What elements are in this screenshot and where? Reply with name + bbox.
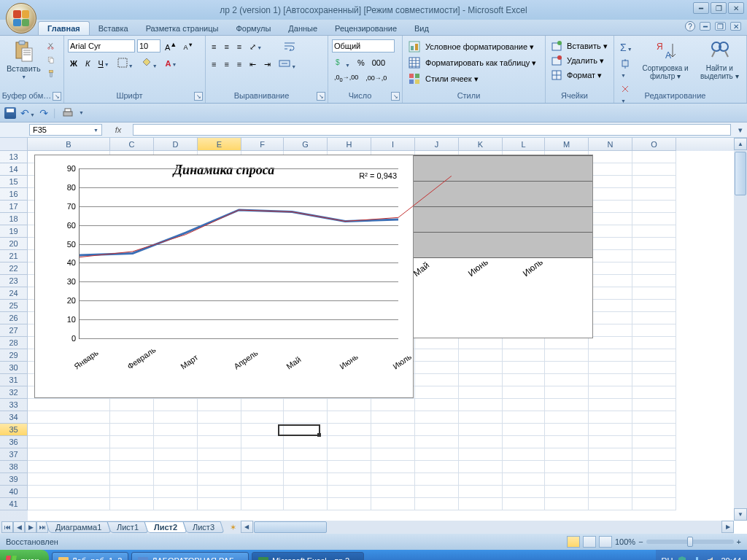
cell[interactable] [28, 399, 110, 411]
cell[interactable] [589, 448, 632, 461]
col-header-H[interactable]: H [328, 138, 371, 151]
cell[interactable] [459, 486, 503, 498]
font-size-select[interactable] [137, 39, 160, 52]
underline-button[interactable]: Ч▼ [96, 58, 111, 69]
cell[interactable] [110, 498, 154, 510]
cell[interactable] [545, 486, 589, 498]
qat-undo-button[interactable]: ↶▼ [20, 107, 32, 119]
row-header-29[interactable]: 29 [0, 349, 28, 362]
cell[interactable] [545, 498, 589, 510]
cell[interactable] [589, 349, 632, 362]
cell[interactable] [632, 424, 676, 436]
cell[interactable] [589, 362, 632, 374]
clipboard-expand-icon[interactable]: ↘ [53, 92, 61, 101]
row-header-19[interactable]: 19 [0, 225, 28, 238]
cell[interactable] [589, 176, 632, 188]
sort-filter-button[interactable]: ЯА Сортировка и фильтр ▾ [639, 38, 692, 82]
cell[interactable] [110, 448, 154, 461]
cell[interactable] [241, 498, 284, 510]
cell[interactable] [503, 448, 545, 461]
cell[interactable] [589, 238, 632, 250]
cell[interactable] [415, 386, 459, 399]
sheet-nav-prev[interactable]: ◀ [13, 521, 25, 533]
cell[interactable] [589, 424, 632, 436]
cell[interactable] [198, 424, 241, 436]
col-header-N[interactable]: N [589, 138, 632, 151]
delete-cells-button[interactable]: Удалить ▾ [549, 54, 610, 67]
cell[interactable] [632, 250, 676, 262]
row-header-13[interactable]: 13 [0, 151, 28, 163]
vertical-scrollbar[interactable]: ▲ ▼ [734, 138, 747, 521]
cell[interactable] [503, 461, 545, 473]
row-header-32[interactable]: 32 [0, 386, 28, 399]
row-header-24[interactable]: 24 [0, 287, 28, 300]
mdi-restore-button[interactable]: ❐ [715, 22, 726, 31]
cell[interactable] [545, 362, 589, 374]
align-middle-button[interactable]: ≡ [222, 41, 231, 52]
number-expand-icon[interactable]: ↘ [391, 92, 400, 101]
row-header-36[interactable]: 36 [0, 436, 28, 448]
cell[interactable] [632, 225, 676, 238]
cell[interactable] [110, 399, 154, 411]
align-bottom-button[interactable]: ≡ [235, 41, 244, 52]
cell[interactable] [459, 424, 503, 436]
office-button[interactable] [6, 3, 36, 34]
cell[interactable] [632, 213, 676, 225]
cell[interactable] [632, 374, 676, 386]
cell[interactable] [459, 374, 503, 386]
cell[interactable] [284, 448, 328, 461]
cell[interactable] [154, 473, 198, 486]
sheet-nav-first[interactable]: ⏮ [1, 521, 13, 533]
cell[interactable] [154, 399, 198, 411]
qat-redo-button[interactable]: ↶ [36, 107, 48, 119]
close-button[interactable]: ✕ [728, 2, 744, 14]
minimize-button[interactable]: ━ [693, 2, 709, 14]
cell[interactable] [371, 399, 415, 411]
cell[interactable] [415, 337, 459, 349]
align-left-button[interactable]: ≡ [209, 58, 218, 70]
cell[interactable] [198, 436, 241, 448]
cell[interactable] [459, 473, 503, 486]
cell[interactable] [110, 424, 154, 436]
cell[interactable] [154, 424, 198, 436]
tray-volume-icon[interactable] [706, 556, 716, 560]
cell[interactable] [589, 275, 632, 287]
cell[interactable] [589, 201, 632, 213]
cell[interactable] [284, 436, 328, 448]
cell[interactable] [459, 399, 503, 411]
cell[interactable] [503, 498, 545, 510]
row-header-41[interactable]: 41 [0, 498, 28, 510]
cell[interactable] [415, 448, 459, 461]
decrease-font-button[interactable]: A▼ [181, 40, 195, 52]
cell[interactable] [415, 486, 459, 498]
cell[interactable] [328, 436, 371, 448]
cell[interactable] [545, 337, 589, 349]
mdi-minimize-button[interactable]: ━ [700, 22, 711, 31]
font-color-button[interactable]: A▼ [163, 58, 179, 69]
cell[interactable] [632, 300, 676, 312]
cell[interactable] [284, 473, 328, 486]
cell[interactable] [28, 473, 110, 486]
increase-decimal-button[interactable]: ,00→,00 [332, 72, 360, 85]
bold-button[interactable]: Ж [68, 58, 80, 69]
cell[interactable] [328, 424, 371, 436]
cell[interactable] [459, 337, 503, 349]
cell[interactable] [241, 461, 284, 473]
format-as-table-button[interactable]: Форматировать как таблицу ▾ [406, 55, 541, 70]
tab-Разметка страницы[interactable]: Разметка страницы [137, 22, 228, 35]
font-expand-icon[interactable]: ↘ [194, 92, 203, 101]
cell[interactable] [589, 188, 632, 201]
cell[interactable] [371, 486, 415, 498]
chart-fragment[interactable]: Май Июнь Июль [389, 155, 593, 338]
col-header-I[interactable]: I [371, 138, 415, 151]
cell[interactable] [371, 473, 415, 486]
increase-indent-button[interactable]: ⇥ [262, 58, 273, 71]
sheet-tab-Лист3[interactable]: Лист3 [183, 521, 225, 533]
select-all-corner[interactable] [0, 138, 28, 151]
cell[interactable] [545, 461, 589, 473]
tab-Вставка[interactable]: Вставка [90, 22, 137, 35]
cell[interactable] [110, 461, 154, 473]
row-header-15[interactable]: 15 [0, 176, 28, 188]
orientation-button[interactable]: ⤢▼ [247, 41, 264, 53]
insert-function-button[interactable]: fx [115, 125, 122, 134]
